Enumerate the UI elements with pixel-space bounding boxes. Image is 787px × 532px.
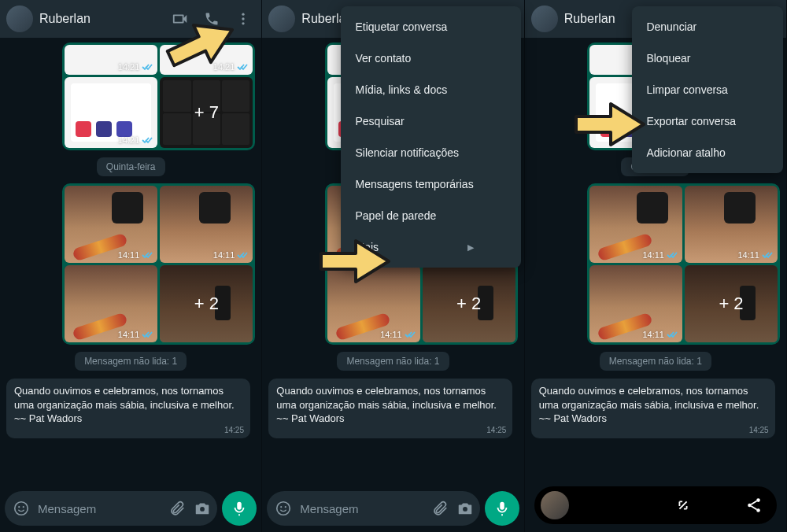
attach-icon[interactable] xyxy=(168,500,186,517)
menu-item-atalho[interactable]: Adicionar atalho xyxy=(632,137,783,168)
input-bar: Mensagem xyxy=(0,486,261,532)
menu-item-label: Mais xyxy=(355,241,379,253)
media-time: 14:11 xyxy=(118,330,140,339)
attach-icon[interactable] xyxy=(431,500,449,517)
message-time: 14:25 xyxy=(224,425,244,436)
emoji-icon[interactable] xyxy=(275,500,292,517)
message-author: ~~ Pat Wadors xyxy=(276,412,344,424)
media-time: 14:21 xyxy=(118,62,140,72)
menu-item-limpar[interactable]: Limpar conversa xyxy=(632,74,783,105)
contact-name[interactable]: Ruberlan xyxy=(39,12,165,26)
svg-point-8 xyxy=(280,506,282,508)
svg-point-6 xyxy=(200,507,205,512)
incoming-message[interactable]: Quando ouvimos e celebramos, nos tornamo… xyxy=(531,379,775,438)
input-placeholder: Mensagem xyxy=(300,502,423,515)
options-submenu: Denunciar Bloquear Limpar conversa Expor… xyxy=(632,6,783,173)
menu-item-exportar[interactable]: Exportar conversa xyxy=(632,105,783,137)
svg-point-9 xyxy=(285,506,286,508)
menu-item-temporarias[interactable]: Mensagens temporárias xyxy=(341,168,520,200)
date-chip: Quinta-feira xyxy=(97,157,165,176)
media-overflow-count: + 2 xyxy=(423,265,515,342)
media-message-top[interactable]: 14:21 14:21 14:21 + 7 xyxy=(62,42,255,150)
svg-point-0 xyxy=(242,13,245,16)
media-time: 14:11 xyxy=(213,250,235,260)
menu-item-pesquisar[interactable]: Pesquisar xyxy=(341,105,520,137)
camera-icon[interactable] xyxy=(456,500,474,517)
avatar[interactable] xyxy=(531,6,558,32)
message-text: Quando ouvimos e celebramos, nos tornamo… xyxy=(14,385,235,411)
menu-item-silenciar[interactable]: Silenciar notificações xyxy=(341,137,520,168)
media-time: 14:11 xyxy=(118,250,140,260)
nearby-share-icon[interactable] xyxy=(674,497,692,514)
media-time: 14:11 xyxy=(737,250,759,260)
options-menu: Etiquetar conversa Ver contato Mídia, li… xyxy=(341,6,520,268)
video-call-icon[interactable] xyxy=(172,10,189,28)
unread-chip: Mensagem não lida: 1 xyxy=(600,352,711,371)
share-icon[interactable] xyxy=(745,497,763,514)
svg-point-10 xyxy=(463,507,467,512)
media-message-grid[interactable]: 14:11 14:11 14:11 + 2 xyxy=(62,183,255,345)
media-overflow-count: + 7 xyxy=(160,77,253,148)
incoming-message[interactable]: Quando ouvimos e celebramos, nos tornamo… xyxy=(6,379,250,438)
message-author: ~~ Pat Wadors xyxy=(539,412,607,424)
avatar[interactable] xyxy=(268,6,295,32)
media-overflow-count: + 2 xyxy=(685,265,778,342)
voice-call-icon[interactable] xyxy=(203,10,220,28)
chevron-right-icon: ▶ xyxy=(467,242,474,253)
menu-item-midia[interactable]: Mídia, links & docs xyxy=(341,74,520,105)
media-time: 14:11 xyxy=(380,330,402,339)
svg-point-3 xyxy=(15,502,28,515)
menu-item-papel-parede[interactable]: Papel de parede xyxy=(341,200,520,231)
share-contact-avatar[interactable] xyxy=(541,491,569,519)
media-message-grid[interactable]: 14:11 14:11 14:11 + 2 xyxy=(587,183,780,345)
message-text: Quando ouvimos e celebramos, nos tornamo… xyxy=(276,385,497,411)
camera-icon[interactable] xyxy=(194,500,211,517)
svg-point-5 xyxy=(23,506,24,508)
message-time: 14:25 xyxy=(486,425,506,436)
media-overflow-count: + 2 xyxy=(160,265,253,342)
chat-header: Ruberlan xyxy=(0,0,261,38)
unread-chip: Mensagem não lida: 1 xyxy=(337,352,449,371)
avatar[interactable] xyxy=(6,6,33,32)
menu-item-etiquetar[interactable]: Etiquetar conversa xyxy=(341,11,520,42)
message-author: ~~ Pat Wadors xyxy=(14,412,82,424)
mic-button[interactable] xyxy=(222,491,257,526)
media-time: 14:21 xyxy=(213,62,235,72)
message-text: Quando ouvimos e celebramos, nos tornamo… xyxy=(539,385,759,411)
input-placeholder: Mensagem xyxy=(38,502,161,515)
menu-item-ver-contato[interactable]: Ver contato xyxy=(341,42,520,74)
incoming-message[interactable]: Quando ouvimos e celebramos, nos tornamo… xyxy=(268,379,512,438)
media-time: 14:21 xyxy=(118,135,140,145)
share-bar xyxy=(534,486,777,524)
emoji-icon[interactable] xyxy=(13,500,30,517)
menu-item-bloquear[interactable]: Bloquear xyxy=(632,42,783,74)
media-time: 14:11 xyxy=(642,250,664,260)
message-input[interactable]: Mensagem xyxy=(5,491,217,526)
message-time: 14:25 xyxy=(749,425,769,436)
menu-item-mais[interactable]: Mais ▶ xyxy=(341,231,520,263)
mic-button[interactable] xyxy=(485,491,519,526)
message-input[interactable]: Mensagem xyxy=(267,491,479,526)
svg-point-2 xyxy=(242,22,245,24)
input-bar: Mensagem xyxy=(262,486,523,532)
more-options-icon[interactable] xyxy=(235,10,252,28)
svg-point-4 xyxy=(18,506,20,508)
media-time: 14:11 xyxy=(642,330,664,339)
menu-item-denunciar[interactable]: Denunciar xyxy=(632,11,783,42)
svg-point-7 xyxy=(277,502,290,515)
svg-point-1 xyxy=(242,17,245,20)
unread-chip: Mensagem não lida: 1 xyxy=(75,352,187,371)
